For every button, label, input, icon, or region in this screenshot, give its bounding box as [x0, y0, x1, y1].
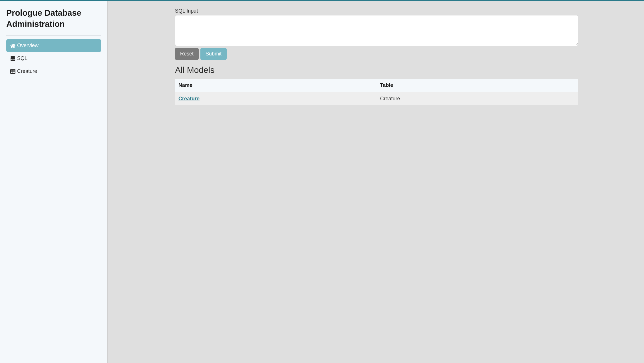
app-layout: Prologue Database Administration Overvie… — [0, 1, 644, 363]
sidebar-item-sql[interactable]: SQL — [6, 52, 101, 65]
sql-input-label: SQL Input — [175, 8, 578, 14]
sidebar: Prologue Database Administration Overvie… — [0, 1, 108, 363]
models-table: Name Table Creature Creature — [175, 79, 578, 105]
submit-button[interactable]: Submit — [200, 48, 227, 60]
sidebar-divider-top — [6, 35, 101, 36]
database-icon — [10, 56, 15, 61]
home-icon — [10, 43, 15, 48]
sidebar-item-label: Creature — [17, 68, 37, 74]
sidebar-item-creature[interactable]: Creature — [6, 65, 101, 78]
sidebar-nav: Overview SQL Creature — [6, 39, 101, 78]
app-title: Prologue Database Administration — [6, 7, 101, 30]
table-header-table: Table — [377, 79, 579, 92]
sql-input[interactable] — [175, 15, 578, 46]
sidebar-item-overview[interactable]: Overview — [6, 39, 101, 52]
table-icon — [10, 69, 15, 74]
sidebar-item-label: Overview — [17, 43, 39, 49]
main-content: SQL Input Reset Submit All Models Name T… — [108, 1, 644, 363]
table-row: Creature Creature — [175, 92, 578, 105]
table-header-name: Name — [175, 79, 377, 92]
table-cell-name: Creature — [175, 92, 377, 105]
sidebar-item-label: SQL — [17, 55, 27, 61]
table-cell-table: Creature — [377, 92, 579, 105]
sql-button-row: Reset Submit — [175, 48, 578, 60]
table-header-row: Name Table — [175, 79, 578, 92]
model-link-creature[interactable]: Creature — [178, 96, 200, 101]
sidebar-divider-bottom — [6, 353, 101, 353]
reset-button[interactable]: Reset — [175, 48, 199, 60]
section-title-all-models: All Models — [175, 65, 578, 75]
